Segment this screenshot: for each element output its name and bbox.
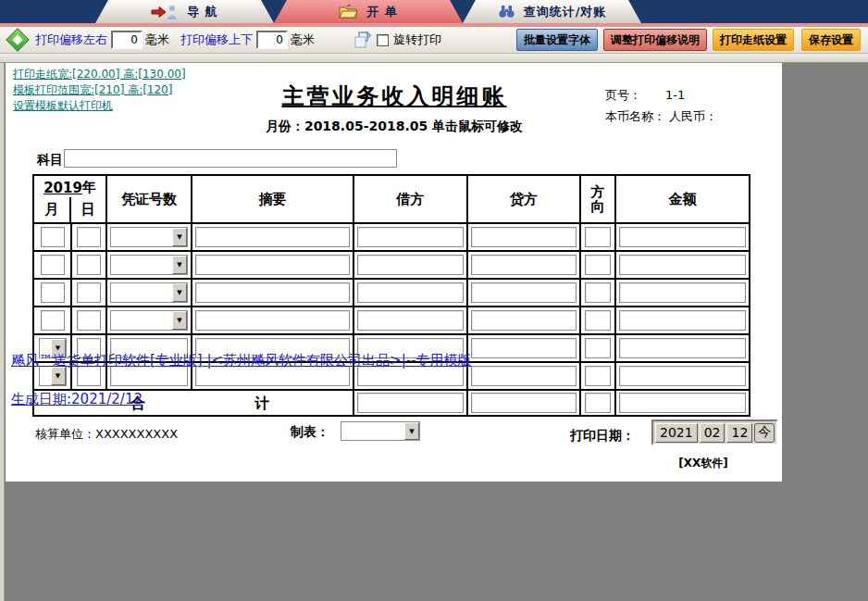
cell-input[interactable] [357,282,464,303]
cell-dropdown[interactable] [110,227,188,247]
cell-input[interactable] [619,338,746,358]
rotate-print-checkbox[interactable] [377,34,389,46]
cell-input[interactable] [471,282,577,303]
cell-input[interactable] [77,227,101,247]
cell-dropdown[interactable] [110,282,188,303]
paper-size-link[interactable]: 打印走纸宽:[220.00] 高:[130.00] [13,67,186,82]
template-range-link[interactable]: 模板打印范围宽:[210] 高:[120] [13,82,172,98]
month-range-subtitle[interactable]: 月份：2018.05-2018.05 单击鼠标可修改 [172,119,616,135]
cell-input[interactable] [41,310,65,331]
rotate-print-label: 旋转打印 [393,31,441,48]
accounting-unit-value: XXXXXXXXXX [95,427,178,441]
cell-input[interactable] [585,282,611,303]
dropdown-arrow-icon[interactable] [172,283,187,302]
cell-input[interactable] [77,282,101,303]
cell-input[interactable] [471,255,577,275]
cell-input[interactable] [619,255,746,275]
dropdown-arrow-icon[interactable] [172,256,187,274]
generated-date: 生成日期:2021/2/12 [11,391,143,408]
cell-input[interactable] [195,282,350,303]
total-amount-input[interactable] [619,393,746,413]
default-printer-link[interactable]: 设置模板默认打印机 [13,98,113,114]
direction-header: 方向 [579,176,614,222]
cell-input[interactable] [41,227,65,247]
accounting-unit: 核算单位：XXXXXXXXXX [35,426,178,443]
cell-input[interactable] [471,366,577,386]
cell-input[interactable] [585,366,611,386]
cell-input[interactable] [41,255,65,275]
cell-input[interactable] [585,310,611,331]
toolbar: 打印偏移左右 0 毫米 打印偏移上下 0 毫米 旋转打印 批量设置字体 调整打印… [0,27,868,53]
offset-lr-label: 打印偏移左右 [35,31,107,48]
print-date-control: 2021 02 12 今 [651,419,778,445]
dropdown-arrow-icon[interactable] [172,228,187,246]
cell-input[interactable] [619,366,746,386]
tab-query-stats[interactable]: 查询统计/对账 [463,0,641,23]
app-window: 导 航 开 单 查询统计/对账 [0,0,868,601]
amount-header: 金额 [614,176,749,222]
dropdown-arrow-icon[interactable] [51,367,66,385]
navigate-diamond-icon [6,28,29,51]
cell-input[interactable] [357,227,464,247]
print-date-label: 打印日期： [570,428,635,444]
cell-input[interactable] [585,255,611,275]
year-value[interactable]: 2019 [43,180,82,196]
cell-input[interactable] [195,255,350,275]
total-credit-input[interactable] [471,393,577,413]
tab-navigation[interactable]: 导 航 [95,0,274,23]
cell-input[interactable] [471,338,577,358]
day-header: 日 [69,197,106,222]
cell-input[interactable] [471,310,577,331]
toolbar-divider [0,53,868,63]
batch-font-button[interactable]: 批量设置字体 [516,29,598,51]
cell-input[interactable] [585,227,611,247]
paper-feed-button[interactable]: 打印走纸设置 [713,29,794,51]
date-today-button[interactable]: 今 [754,423,775,443]
cell-input[interactable] [357,255,464,275]
date-month-button[interactable]: 02 [700,423,725,443]
cell-input[interactable] [357,310,464,331]
date-day-button[interactable]: 12 [726,423,752,443]
offset-ud-input[interactable]: 0 [256,31,288,49]
document-page: 打印走纸宽:[220.00] 高:[130.00] 模板打印范围宽:[210] … [6,63,782,482]
dropdown-arrow-icon[interactable] [172,311,187,330]
total-debit-input[interactable] [357,393,464,413]
accounting-unit-label: 核算单位： [35,427,95,441]
year-month-day-header: 2019年 月 日 [34,176,105,222]
ledger-header: 2019年 月 日 凭证号数 摘要 借方 贷方 方向 金额 [34,176,749,222]
preparer-label: 制表： [291,424,329,441]
rotate-page-icon [353,31,372,49]
adjust-offset-button[interactable]: 调整打印偏移说明 [603,29,707,51]
nav-arrow-person-icon [151,5,179,19]
cell-input[interactable] [471,227,577,247]
cell-input[interactable] [585,338,611,358]
voucher-header: 凭证号数 [105,176,191,222]
dropdown-arrow-icon[interactable] [404,422,419,440]
main-area: 打印走纸宽:[220.00] 高:[130.00] 模板打印范围宽:[210] … [0,63,868,601]
cell-dropdown[interactable] [110,255,188,275]
total-direction-input[interactable] [585,393,611,413]
cell-input[interactable] [195,310,350,331]
summary-header: 摘要 [191,176,353,222]
software-watermark: 飚风™送货单打印软件[专业版] |<苏州飚风软件有限公司出品>|--专用模版 [11,352,472,369]
offset-ud-label: 打印偏移上下 [180,31,253,48]
ledger-table: 2019年 月 日 凭证号数 摘要 借方 贷方 方向 金额 [32,174,750,417]
page-number-label: 页号： [605,88,641,102]
cell-input[interactable] [619,227,746,247]
cell-input[interactable] [195,227,350,247]
cell-input[interactable] [41,282,65,303]
offset-ud-unit: 毫米 [291,31,315,48]
document-title: 主营业务收入明细账 [172,81,616,111]
tab-billing[interactable]: 开 单 [274,0,463,23]
offset-lr-input[interactable]: 0 [111,31,143,49]
subject-input[interactable] [64,149,397,168]
date-year-button[interactable]: 2021 [655,423,698,443]
cell-input[interactable] [619,310,746,331]
preparer-dropdown[interactable] [341,421,420,441]
currency-value: 人民币： [669,109,717,123]
cell-dropdown[interactable] [110,310,188,331]
cell-input[interactable] [619,282,746,303]
cell-input[interactable] [77,310,101,331]
save-settings-button[interactable]: 保存设置 [801,29,861,51]
cell-input[interactable] [77,255,101,275]
